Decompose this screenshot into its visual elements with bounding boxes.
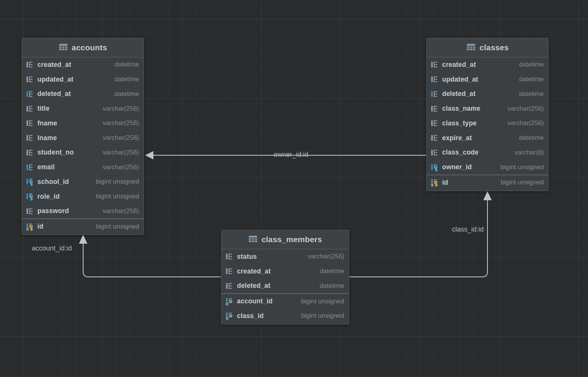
- column-row[interactable]: created_atdatetime: [427, 57, 548, 72]
- column-row[interactable]: deleted_atdatetime: [22, 87, 144, 102]
- table-classes[interactable]: classes created_atdatetime updated_atdat…: [426, 38, 549, 191]
- column-row[interactable]: owner_idbigint unsigned: [427, 160, 548, 175]
- column-name: updated_at: [442, 76, 478, 83]
- keys-section: account_idbigint unsigned class_idbigint…: [221, 294, 349, 324]
- arrowhead-up-icon: [483, 191, 492, 200]
- column-type: datetime: [519, 90, 544, 98]
- column-row[interactable]: updated_atdatetime: [22, 72, 144, 87]
- column-icon: [26, 134, 35, 142]
- column-type: datetime: [519, 61, 544, 68]
- column-type: bigint unsigned: [301, 298, 344, 305]
- column-name: updated_at: [37, 76, 73, 83]
- column-row[interactable]: class_typevarchar(256): [427, 116, 548, 131]
- primary-foreign-key-icon: [225, 298, 234, 306]
- column-icon: [26, 149, 35, 157]
- column-type: bigint unsigned: [501, 164, 544, 171]
- foreign-key-icon: [26, 193, 35, 201]
- column-icon: [430, 149, 439, 157]
- column-row[interactable]: expire_atdatetime: [427, 131, 548, 145]
- column-icon: [430, 61, 439, 69]
- column-row[interactable]: created_atdatetime: [221, 264, 349, 279]
- column-icon: [26, 90, 35, 99]
- table-header[interactable]: accounts: [22, 38, 144, 57]
- column-row[interactable]: class_namevarchar(256): [427, 101, 548, 116]
- column-type: bigint unsigned: [96, 223, 139, 230]
- column-row[interactable]: idbigint unsigned: [22, 219, 144, 234]
- table-class-members[interactable]: class_members statusvarchar(256) created…: [221, 230, 349, 324]
- relationship-label-account-id[interactable]: account_id:id: [32, 244, 85, 252]
- table-title: class_members: [262, 235, 322, 244]
- column-icon: [430, 105, 439, 113]
- table-accounts[interactable]: accounts created_atdatetime updated_atda…: [22, 38, 144, 235]
- table-header[interactable]: classes: [427, 38, 548, 57]
- arrowhead-left-icon: [145, 151, 153, 159]
- table-title: classes: [480, 43, 509, 52]
- column-name: id: [442, 179, 448, 187]
- column-type: varchar(6): [515, 149, 544, 156]
- column-name: deleted_at: [37, 90, 71, 98]
- column-row[interactable]: created_atdatetime: [22, 57, 144, 72]
- table-icon: [59, 43, 68, 53]
- column-icon: [225, 267, 234, 276]
- column-type: varchar(256): [103, 149, 139, 156]
- column-row[interactable]: lnamevarchar(256): [22, 131, 144, 145]
- column-name: owner_id: [442, 163, 472, 171]
- column-row[interactable]: class_codevarchar(6): [427, 145, 548, 160]
- column-icon: [430, 119, 439, 128]
- column-row[interactable]: student_novarchar(256): [22, 145, 144, 160]
- column-name: email: [37, 163, 55, 171]
- column-icon: [26, 105, 35, 113]
- column-name: class_id: [237, 312, 264, 320]
- column-name: role_id: [37, 193, 60, 201]
- column-icon: [225, 282, 234, 290]
- edge-class-id[interactable]: [349, 191, 492, 277]
- column-name: class_code: [442, 148, 478, 156]
- column-type: datetime: [519, 134, 544, 142]
- column-name: student_no: [37, 148, 74, 156]
- column-row[interactable]: fnamevarchar(256): [22, 116, 144, 131]
- column-icon: [430, 76, 439, 84]
- columns-section: created_atdatetime updated_atdatetime de…: [427, 57, 548, 175]
- column-type: bigint unsigned: [96, 178, 139, 185]
- column-icon: [26, 207, 35, 216]
- column-row[interactable]: account_idbigint unsigned: [221, 294, 349, 309]
- column-name: deleted_at: [442, 90, 476, 98]
- column-row[interactable]: class_idbigint unsigned: [221, 309, 349, 323]
- column-row[interactable]: statusvarchar(256): [221, 249, 349, 264]
- arrowhead-up-icon: [79, 235, 87, 244]
- column-name: school_id: [37, 178, 69, 186]
- column-type: varchar(256): [508, 119, 544, 127]
- column-row[interactable]: idbigint unsigned: [427, 175, 548, 190]
- column-row[interactable]: deleted_atdatetime: [221, 279, 349, 294]
- column-type: datetime: [115, 76, 139, 83]
- column-type: datetime: [320, 282, 344, 290]
- column-icon: [26, 119, 35, 128]
- column-type: varchar(256): [103, 207, 139, 215]
- edge-account-id[interactable]: [79, 235, 221, 277]
- primary-key-icon: [430, 179, 439, 187]
- column-row[interactable]: updated_atdatetime: [427, 72, 548, 87]
- column-row[interactable]: titlevarchar(256): [22, 101, 144, 116]
- column-type: datetime: [115, 61, 139, 68]
- relationship-label-owner-id[interactable]: owner_id:id: [265, 151, 317, 159]
- column-type: datetime: [519, 76, 544, 83]
- column-row[interactable]: deleted_atdatetime: [427, 87, 548, 102]
- column-name: password: [37, 207, 69, 215]
- column-name: title: [37, 105, 50, 113]
- column-name: lname: [37, 134, 57, 142]
- column-type: varchar(256): [103, 105, 139, 113]
- foreign-key-icon: [26, 178, 35, 186]
- column-row[interactable]: role_idbigint unsigned: [22, 189, 144, 204]
- primary-foreign-key-icon: [225, 312, 234, 320]
- column-icon: [430, 90, 439, 99]
- relationship-label-class-id[interactable]: class_id:id: [442, 226, 484, 233]
- column-name: account_id: [237, 297, 272, 305]
- column-type: varchar(256): [508, 105, 544, 113]
- table-header[interactable]: class_members: [221, 230, 349, 249]
- column-row[interactable]: emailvarchar(256): [22, 160, 144, 175]
- column-name: expire_at: [442, 134, 472, 142]
- column-row[interactable]: school_idbigint unsigned: [22, 175, 144, 189]
- column-row[interactable]: passwordvarchar(256): [22, 204, 144, 219]
- column-name: created_at: [237, 267, 271, 275]
- keys-section: idbigint unsigned: [22, 219, 144, 235]
